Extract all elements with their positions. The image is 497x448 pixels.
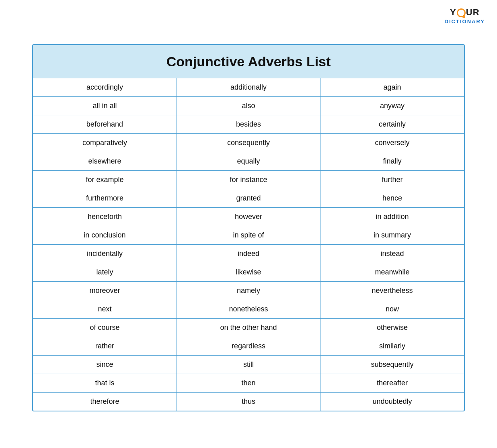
table-cell: similarly [320, 337, 464, 356]
table-cell: for instance [177, 171, 320, 189]
table-cell: however [177, 208, 320, 226]
table-cell: additionally [177, 78, 320, 97]
table-row: moreovernamelynevertheless [33, 282, 464, 300]
table-row: accordinglyadditionallyagain [33, 78, 464, 97]
table-cell: also [177, 97, 320, 115]
table-wrapper: Conjunctive Adverbs List accordinglyaddi… [32, 44, 465, 411]
table-cell: now [320, 300, 464, 319]
table-cell: meanwhile [320, 263, 464, 282]
table-row: latelylikewisemeanwhile [33, 263, 464, 282]
table-cell: nonetheless [177, 300, 320, 319]
table-cell: again [320, 78, 464, 97]
table-cell: thus [177, 393, 320, 411]
table-row: in conclusionin spite ofin summary [33, 226, 464, 245]
table-cell: since [33, 356, 177, 374]
table-cell: further [320, 171, 464, 189]
table-row: beforehandbesidescertainly [33, 115, 464, 134]
table-cell: thereafter [320, 374, 464, 393]
table-cell: indeed [177, 245, 320, 263]
table-row: all in allalsoanyway [33, 97, 464, 115]
table-cell: moreover [33, 282, 177, 300]
table-cell: elsewhere [33, 152, 177, 171]
table-cell: henceforth [33, 208, 177, 226]
conjunctive-adverbs-table: accordinglyadditionallyagainall in allal… [33, 78, 464, 411]
table-cell: granted [177, 189, 320, 208]
table-cell: for example [33, 171, 177, 189]
table-cell: subsequently [320, 356, 464, 374]
table-cell: consequently [177, 134, 320, 152]
table-cell: certainly [320, 115, 464, 134]
table-cell: instead [320, 245, 464, 263]
logo-dictionary-text: DICTIONARY [445, 18, 485, 25]
table-row: comparativelyconsequentlyconversely [33, 134, 464, 152]
table-cell: then [177, 374, 320, 393]
table-title: Conjunctive Adverbs List [33, 45, 464, 78]
table-cell: otherwise [320, 319, 464, 337]
table-row: that isthenthereafter [33, 374, 464, 393]
table-cell: nevertheless [320, 282, 464, 300]
table-cell: in addition [320, 208, 464, 226]
table-cell: furthermore [33, 189, 177, 208]
table-cell: still [177, 356, 320, 374]
logo-your-text: YUR [450, 7, 479, 18]
table-cell: besides [177, 115, 320, 134]
table-row: incidentallyindeedinstead [33, 245, 464, 263]
table-cell: that is [33, 374, 177, 393]
table-cell: incidentally [33, 245, 177, 263]
table-cell: accordingly [33, 78, 177, 97]
table-cell: on the other hand [177, 319, 320, 337]
table-cell: finally [320, 152, 464, 171]
table-row: nextnonethelessnow [33, 300, 464, 319]
table-cell: all in all [33, 97, 177, 115]
table-cell: hence [320, 189, 464, 208]
table-cell: therefore [33, 393, 177, 411]
table-row: ratherregardlesssimilarly [33, 337, 464, 356]
table-cell: equally [177, 152, 320, 171]
table-cell: namely [177, 282, 320, 300]
table-cell: next [33, 300, 177, 319]
table-row: elsewhereequallyfinally [33, 152, 464, 171]
table-cell: undoubtedly [320, 393, 464, 411]
table-cell: conversely [320, 134, 464, 152]
table-row: thereforethusundoubtedly [33, 393, 464, 411]
table-row: for examplefor instancefurther [33, 171, 464, 189]
table-cell: rather [33, 337, 177, 356]
table-cell: regardless [177, 337, 320, 356]
table-cell: likewise [177, 263, 320, 282]
table-row: sincestillsubsequently [33, 356, 464, 374]
table-cell: anyway [320, 97, 464, 115]
table-cell: in spite of [177, 226, 320, 245]
table-cell: in conclusion [33, 226, 177, 245]
logo: YUR DICTIONARY [445, 7, 485, 25]
table-cell: lately [33, 263, 177, 282]
main-content: Conjunctive Adverbs List accordinglyaddi… [0, 0, 497, 428]
table-row: henceforthhoweverin addition [33, 208, 464, 226]
table-cell: of course [33, 319, 177, 337]
table-cell: comparatively [33, 134, 177, 152]
table-row: of courseon the other handotherwise [33, 319, 464, 337]
table-cell: beforehand [33, 115, 177, 134]
table-cell: in summary [320, 226, 464, 245]
table-row: furthermoregrantedhence [33, 189, 464, 208]
